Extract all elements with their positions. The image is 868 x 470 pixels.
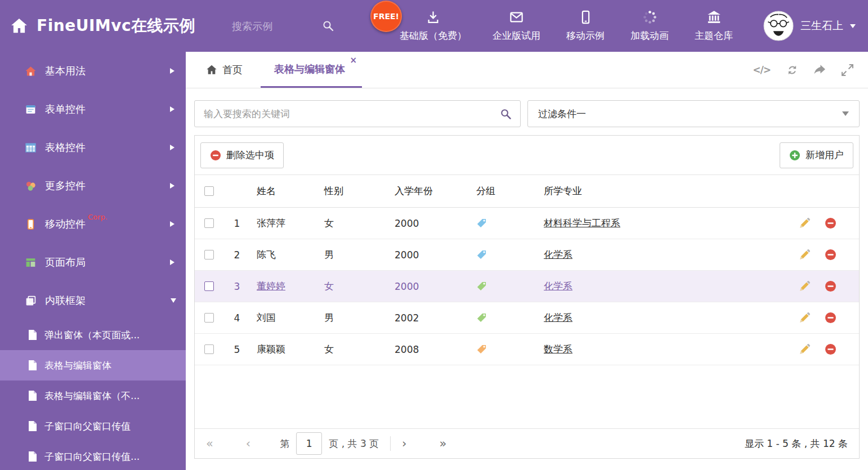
nav-item-loading-animation[interactable]: 加载动画	[630, 0, 669, 52]
major-link[interactable]: 化学系	[544, 312, 572, 323]
last-page-icon[interactable]: »	[440, 438, 447, 450]
frame-icon	[25, 295, 37, 307]
major-link[interactable]: 材料科学与工程系	[544, 217, 620, 229]
sidebar-item-label: 页面布局	[45, 256, 86, 269]
nav-item-theme-store[interactable]: 主题仓库	[695, 0, 733, 52]
delete-icon[interactable]	[825, 217, 836, 229]
cell-name: 刘国	[251, 311, 319, 324]
major-link[interactable]: 化学系	[544, 280, 572, 292]
edit-icon[interactable]	[799, 343, 811, 355]
delete-icon[interactable]	[825, 280, 836, 292]
mobile-icon	[578, 10, 593, 25]
nav-label: 基础版（免费）	[400, 29, 467, 42]
next-page-icon[interactable]: ›	[402, 438, 406, 450]
delete-icon[interactable]	[825, 312, 836, 324]
row-index: 4	[223, 312, 251, 324]
table-row[interactable]: 2 陈飞 男 2000 化学系	[195, 239, 859, 271]
tag-icon[interactable]	[476, 312, 487, 323]
sidebar-subitem-label: 表格与编辑窗体（不...	[44, 390, 140, 402]
sidebar-item-grid-controls[interactable]: 表格控件	[0, 128, 186, 167]
sidebar-subitem-child-to-parent-2[interactable]: 子窗口向父窗口传值...	[0, 441, 186, 470]
brand[interactable]: FineUIMvc在线示例	[0, 15, 232, 37]
row-checkbox[interactable]	[204, 344, 214, 354]
row-checkbox[interactable]	[204, 281, 214, 291]
sidebar-subitem-label: 弹出窗体（本页面或...	[44, 329, 140, 342]
major-link[interactable]: 数学系	[544, 343, 572, 355]
sidebar-item-label: 移动控件	[45, 217, 86, 231]
prev-page-icon[interactable]: ‹	[246, 438, 250, 450]
filter-dropdown[interactable]: 过滤条件一	[527, 100, 860, 127]
filter-row: 过滤条件一	[186, 88, 868, 127]
search-icon[interactable]	[500, 108, 512, 120]
form-icon	[25, 104, 37, 115]
sidebar-item-more-controls[interactable]: 更多控件	[0, 167, 186, 205]
home-icon	[206, 64, 217, 75]
table-row-selected[interactable]: 3 董婷婷 女 2000 化学系	[195, 271, 859, 302]
first-page-icon[interactable]: «	[206, 438, 213, 450]
nav-item-mobile-demo[interactable]: 移动示例	[566, 0, 605, 52]
sidebar: 基本用法 表单控件 表格控件 更多控件 移动控件 Corp. 页面布局 内联框架…	[0, 52, 186, 470]
pager-divider	[390, 436, 391, 451]
sidebar-item-page-layout[interactable]: 页面布局	[0, 243, 186, 281]
edit-icon[interactable]	[799, 280, 811, 292]
edit-icon[interactable]	[799, 249, 811, 261]
tag-icon[interactable]	[476, 344, 487, 355]
sidebar-item-mobile-controls[interactable]: 移动控件 Corp.	[0, 205, 186, 243]
corp-badge: Corp.	[88, 213, 108, 221]
table-row[interactable]: 5 康颖颖 女 2008 数学系	[195, 334, 859, 365]
envelope-icon	[509, 10, 524, 25]
sidebar-item-inline-frame[interactable]: 内联框架	[0, 281, 186, 320]
tag-icon[interactable]	[476, 218, 487, 229]
expand-icon[interactable]	[842, 64, 853, 76]
avatar	[763, 11, 794, 41]
widgets-icon	[25, 180, 37, 192]
sidebar-subitem-label: 表格与编辑窗体	[44, 359, 111, 372]
page-number-input[interactable]	[296, 432, 322, 455]
free-badge: FREE!	[370, 1, 402, 32]
user-menu[interactable]: 三生石上	[763, 11, 856, 41]
major-link[interactable]: 化学系	[544, 249, 572, 260]
sidebar-subitem-popup-window[interactable]: 弹出窗体（本页面或...	[0, 320, 186, 350]
edit-icon[interactable]	[799, 217, 811, 229]
sidebar-item-basic-usage[interactable]: 基本用法	[0, 52, 186, 90]
close-icon[interactable]: ×	[350, 55, 357, 65]
row-checkbox[interactable]	[204, 313, 214, 323]
file-icon	[28, 420, 37, 432]
tab-active-label: 表格与编辑窗体	[274, 62, 345, 76]
delete-icon[interactable]	[825, 343, 836, 355]
tag-icon[interactable]	[476, 281, 487, 292]
sidebar-subitem-grid-edit-window[interactable]: 表格与编辑窗体	[0, 350, 186, 381]
row-index: 3	[223, 281, 251, 292]
table-header: 姓名 性别 入学年份 分组 所学专业	[195, 175, 859, 208]
table-row[interactable]: 1 张萍萍 女 2000 材料科学与工程系	[195, 208, 859, 239]
edit-icon[interactable]	[799, 312, 811, 324]
header-search-input[interactable]	[232, 20, 322, 32]
sidebar-subitem-grid-edit-window-2[interactable]: 表格与编辑窗体（不...	[0, 381, 186, 411]
refresh-icon[interactable]	[786, 64, 798, 76]
file-icon	[28, 329, 37, 341]
tab-grid-edit-window[interactable]: 表格与编辑窗体 ×	[261, 52, 362, 88]
delete-selected-button[interactable]: 删除选中项	[200, 142, 284, 168]
nav-item-basic-edition[interactable]: FREE! 基础版（免费）	[400, 0, 467, 52]
sidebar-item-form-controls[interactable]: 表单控件	[0, 90, 186, 128]
delete-icon[interactable]	[825, 249, 836, 261]
share-icon[interactable]	[814, 64, 826, 76]
row-checkbox[interactable]	[204, 250, 214, 259]
table-row[interactable]: 4 刘国 男 2002 化学系	[195, 302, 859, 334]
add-user-button[interactable]: 新增用户	[780, 142, 853, 168]
select-all-checkbox[interactable]	[204, 186, 214, 196]
code-icon[interactable]: </>	[753, 64, 771, 75]
username: 三生石上	[800, 19, 843, 33]
keyword-search-input[interactable]	[195, 108, 500, 119]
search-icon[interactable]	[322, 20, 334, 32]
tab-bar: 首页 表格与编辑窗体 × </>	[186, 52, 868, 88]
column-header-group: 分组	[471, 185, 538, 198]
delete-selected-label: 删除选中项	[226, 149, 274, 162]
tag-icon[interactable]	[476, 249, 487, 260]
nav-item-enterprise-trial[interactable]: 企业版试用	[493, 0, 540, 52]
sidebar-subitem-child-to-parent[interactable]: 子窗口向父窗口传值	[0, 411, 186, 441]
row-checkbox[interactable]	[204, 218, 214, 228]
nav-label: 企业版试用	[493, 29, 540, 42]
tab-home[interactable]: 首页	[196, 52, 253, 88]
cell-year: 2000	[389, 249, 471, 261]
